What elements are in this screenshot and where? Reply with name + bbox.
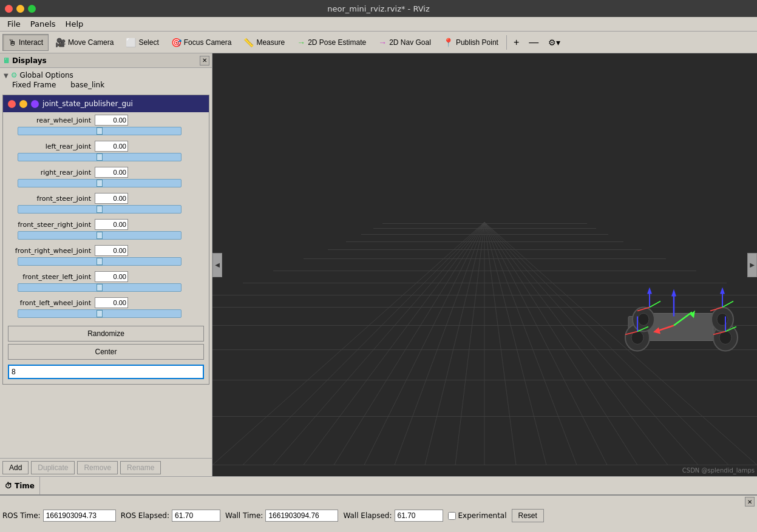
joint-slider-3[interactable] [18, 205, 182, 214]
toolbar-separator [506, 35, 507, 50]
joint-min-button[interactable] [19, 100, 27, 108]
joint-titlebar: joint_state_publisher_gui [3, 95, 209, 112]
svg-point-43 [638, 314, 649, 326]
joint-value-row-5: front_right_wheel_joint [5, 245, 206, 256]
viewport-svg [212, 53, 757, 476]
publish-point-button[interactable]: 📍 Publish Point [438, 34, 504, 51]
nav-goal-button[interactable]: → 2D Nav Goal [373, 34, 436, 51]
joint-slider-container-5 [5, 257, 206, 268]
joint-row-2: right_rear_joint [5, 167, 206, 189]
joint-slider-container-4 [5, 231, 206, 241]
joint-slider-6[interactable] [18, 283, 182, 292]
fixed-frame-label: Fixed Frame [12, 81, 56, 89]
joint-value-row-3: front_steer_joint [5, 193, 206, 204]
viewport-collapse-left[interactable]: ◀ [212, 253, 222, 277]
joint-value-input-2[interactable] [95, 167, 128, 178]
joint-spinbox[interactable] [8, 365, 204, 379]
tree-item-global-options[interactable]: ▼ ⚙ Global Options [2, 70, 209, 80]
left-panel: 🖥 Displays ✕ ▼ ⚙ Global Options Fixed Fr… [0, 53, 212, 476]
status-icon: ⏱ [5, 482, 12, 490]
joint-value-input-0[interactable] [95, 115, 128, 126]
joint-slider-4[interactable] [18, 231, 182, 240]
ros-elapsed-field: ROS Elapsed: [121, 510, 220, 522]
toolbar: 🖱 Interact 🎥 Move Camera ⬜ Select 🎯 Focu… [0, 32, 757, 53]
remove-toolbar-button[interactable]: — [524, 34, 543, 51]
joint-value-input-1[interactable] [95, 141, 128, 152]
joint-label-1: left_rear_joint [5, 143, 93, 150]
joint-slider-1[interactable] [18, 153, 182, 161]
joint-slider-container-3 [5, 205, 206, 215]
viewport-3d[interactable]: ◀ ▶ CSDN @splendid_lamps [212, 53, 757, 476]
joint-value-row-7: front_left_wheel_joint [5, 297, 206, 308]
joint-value-input-4[interactable] [95, 219, 128, 230]
joint-row-5: front_right_wheel_joint [5, 245, 206, 268]
joint-slider-container-7 [5, 309, 206, 320]
joint-value-row-2: right_rear_joint [5, 167, 206, 178]
minimize-button[interactable] [16, 5, 24, 13]
ros-time-input[interactable] [43, 510, 116, 522]
pose-estimate-button[interactable]: → 2D Pose Estimate [291, 34, 372, 51]
focus-camera-button[interactable]: 🎯 Focus Camera [166, 34, 237, 51]
timebar-fields: ROS Time: ROS Elapsed: Wall Time: Wall E… [2, 509, 755, 522]
remove-button[interactable]: Remove [77, 461, 118, 474]
main-content: 🖥 Displays ✕ ▼ ⚙ Global Options Fixed Fr… [0, 53, 757, 476]
menu-panels[interactable]: Panels [25, 18, 61, 30]
menubar: File Panels Help [0, 17, 757, 32]
joint-buttons: Randomize Center [5, 323, 206, 362]
reset-button[interactable]: Reset [512, 509, 544, 522]
maximize-button[interactable] [28, 5, 36, 13]
pose-estimate-icon: → [297, 38, 305, 47]
duplicate-button[interactable]: Duplicate [31, 461, 75, 474]
move-camera-button[interactable]: 🎥 Move Camera [50, 34, 119, 51]
focus-camera-icon: 🎯 [171, 38, 182, 47]
timebar-close-button[interactable]: ✕ [745, 497, 755, 507]
joint-value-input-6[interactable] [95, 271, 128, 282]
wall-time-input[interactable] [265, 510, 338, 522]
add-button[interactable]: Add [2, 461, 29, 474]
joint-value-input-5[interactable] [95, 245, 128, 256]
svg-point-45 [717, 314, 728, 326]
joint-slider-container-6 [5, 283, 206, 294]
wall-elapsed-input[interactable] [395, 510, 443, 522]
ros-elapsed-label: ROS Elapsed: [121, 511, 169, 520]
experimental-checkbox[interactable] [448, 512, 456, 520]
move-camera-icon: 🎥 [55, 38, 66, 47]
joint-close-button[interactable] [8, 100, 16, 108]
fixed-frame-value: base_link [70, 81, 104, 89]
joint-value-row-1: left_rear_joint [5, 141, 206, 152]
close-button[interactable] [5, 5, 13, 13]
select-icon: ⬜ [126, 38, 136, 47]
menu-help[interactable]: Help [61, 18, 89, 30]
displays-panel-title: 🖥 Displays [2, 56, 47, 65]
joint-slider-2[interactable] [18, 179, 182, 187]
select-button[interactable]: ⬜ Select [120, 34, 164, 51]
joint-row-3: front_steer_joint [5, 193, 206, 215]
measure-button[interactable]: 📏 Measure [238, 34, 290, 51]
joint-slider-7[interactable] [18, 309, 182, 318]
joint-value-input-3[interactable] [95, 193, 128, 204]
settings-toolbar-button[interactable]: ⚙▾ [544, 34, 565, 51]
interact-button[interactable]: 🖱 Interact [2, 34, 49, 51]
displays-panel-close[interactable]: ✕ [200, 56, 209, 66]
tree-arrow-global-options: ▼ [4, 72, 8, 79]
menu-file[interactable]: File [2, 18, 25, 30]
viewport-collapse-right[interactable]: ▶ [747, 253, 757, 277]
randomize-button[interactable]: Randomize [8, 326, 204, 342]
ros-elapsed-input[interactable] [172, 510, 220, 522]
joint-label-7: front_left_wheel_joint [5, 299, 93, 307]
center-button[interactable]: Center [8, 344, 204, 360]
statusbar: ⏱ Time [0, 476, 757, 494]
joint-max-button[interactable] [31, 100, 39, 108]
joint-row-1: left_rear_joint [5, 141, 206, 163]
publish-point-icon: 📍 [443, 38, 453, 47]
joint-row-4: front_steer_right_joint [5, 219, 206, 241]
joint-slider-5[interactable] [18, 257, 182, 266]
joint-value-row-6: front_steer_left_joint [5, 271, 206, 282]
joint-value-input-7[interactable] [95, 297, 128, 308]
rename-button[interactable]: Rename [120, 461, 161, 474]
add-toolbar-button[interactable]: + [509, 34, 523, 51]
joint-slider-0[interactable] [18, 127, 182, 135]
joint-value-row-0: rear_wheel_joint [5, 115, 206, 126]
experimental-checkbox-row: Experimental [448, 511, 507, 520]
joint-row-7: front_left_wheel_joint [5, 297, 206, 320]
